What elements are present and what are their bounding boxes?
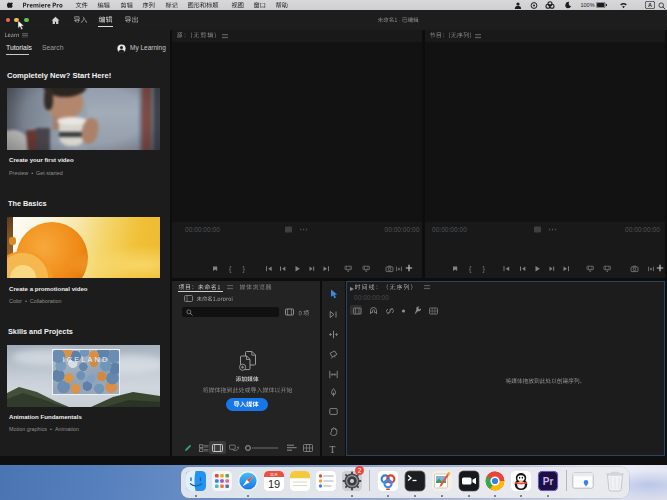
svg-text:Pr: Pr [543, 475, 554, 486]
svg-text:}: } [483, 265, 486, 273]
svg-text:11月: 11月 [270, 471, 278, 476]
svg-text:{: { [229, 265, 232, 273]
svg-text:}: } [243, 265, 246, 273]
svg-text:19: 19 [268, 477, 280, 489]
svg-text:A: A [648, 2, 652, 8]
svg-text:{: { [469, 265, 472, 273]
